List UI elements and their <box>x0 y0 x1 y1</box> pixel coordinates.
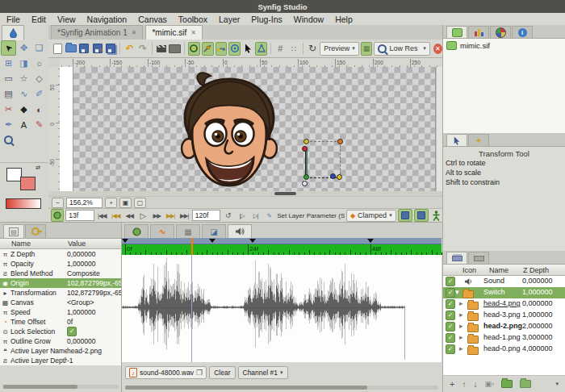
offset-duck[interactable] <box>302 181 308 186</box>
open-button[interactable] <box>65 42 76 56</box>
expander-icon[interactable]: ▸ <box>459 299 463 307</box>
tool-circle[interactable]: ○ <box>31 56 47 71</box>
canvas-vscrollbar[interactable] <box>436 67 442 191</box>
param-value[interactable]: ✓ <box>67 327 121 336</box>
add-layer-button[interactable]: + <box>450 379 454 389</box>
gradient-swatch[interactable] <box>6 198 41 209</box>
param-value[interactable]: 0,000000 <box>67 337 121 345</box>
menu-edit[interactable]: Edit <box>31 15 46 24</box>
param-row-origin[interactable]: ◉Origin102,872799px,-65,8360 <box>0 278 121 288</box>
param-value[interactable]: 1,000000 <box>67 308 121 316</box>
zoom-norm-button[interactable]: ▢ <box>134 198 146 208</box>
toggle-radius-ducks-button[interactable] <box>228 42 241 56</box>
layer-enabled-checkbox[interactable]: ✓ <box>446 277 455 286</box>
expander-icon[interactable]: ▸ <box>459 333 463 341</box>
bound-lower-button[interactable]: |▷ <box>236 211 248 221</box>
save-as-button[interactable]: ✎ <box>91 42 103 56</box>
skew-duck[interactable] <box>302 146 308 152</box>
tab-keyframes[interactable] <box>25 224 46 238</box>
tool-zoom[interactable] <box>1 132 16 148</box>
layer-row-head-0-png[interactable]: ✓▸head-0.png4,000000 <box>443 344 565 355</box>
param-value[interactable]: -1 <box>67 357 121 365</box>
menu-navigation[interactable]: Navigation <box>87 15 128 24</box>
tool-rectangle[interactable]: ▭ <box>1 71 16 86</box>
timebar-playhead[interactable] <box>191 238 193 255</box>
zoom-in-button[interactable]: + <box>105 198 117 208</box>
animate-mode-toggle[interactable] <box>430 211 442 221</box>
tool-fill[interactable]: ◐ <box>31 102 47 117</box>
tab-canvas-browser[interactable] <box>446 26 467 38</box>
param-row-transformation[interactable]: ▸Transformation102,872799px,-65,836 <box>0 288 121 298</box>
menu-canvas[interactable]: Canvas <box>138 15 167 24</box>
cut-layer-button[interactable]: ▣▫ <box>484 380 494 388</box>
snap-toggle-button[interactable]: ∷ <box>287 42 299 56</box>
time-track-icon[interactable] <box>51 209 64 222</box>
future-keyframe-lock-toggle[interactable] <box>414 209 429 222</box>
toggle-vertex-ducks-button[interactable] <box>202 42 214 56</box>
expander-icon[interactable]: ▸ <box>459 344 463 352</box>
menu-file[interactable]: File <box>6 15 20 24</box>
param-row-outline-grow[interactable]: πOutline Grow0,000000 <box>0 336 121 346</box>
tool-transform[interactable]: ➤ <box>1 40 16 56</box>
tool-star[interactable]: ☆ <box>16 71 31 86</box>
seek-prev-frame-button[interactable]: ◀◀ <box>123 211 136 221</box>
layer-enabled-checkbox[interactable]: ✓ <box>446 333 455 343</box>
toolbox-tab[interactable] <box>2 25 24 40</box>
save-button[interactable] <box>78 42 90 56</box>
canvas-viewport[interactable] <box>60 67 442 191</box>
tool-scale[interactable]: ⊞ <box>1 56 16 71</box>
menu-window[interactable]: Window <box>294 15 324 24</box>
param-row-lock-selection[interactable]: ⊙Lock Selection✓ <box>0 327 121 336</box>
origin-duck[interactable] <box>303 174 309 180</box>
tab-params[interactable]: ▤ <box>3 224 24 238</box>
tab-curves[interactable]: ∿ <box>150 224 174 238</box>
group-into-switch-button[interactable] <box>520 380 531 388</box>
menu-layer[interactable]: Layer <box>219 15 240 24</box>
tool-brush[interactable]: ◆ <box>16 102 31 117</box>
seek-next-keyframe-button[interactable]: ▶▶| <box>165 211 177 221</box>
param-value[interactable]: head-2.png <box>67 347 121 355</box>
toggle-angle-ducks-button[interactable] <box>255 42 267 56</box>
sound-hscrollbar[interactable] <box>125 386 438 390</box>
angle-duck[interactable] <box>303 139 309 144</box>
menu-view[interactable]: View <box>57 15 76 24</box>
zoom-out-button[interactable]: − <box>52 198 64 208</box>
layer-enabled-checkbox[interactable]: ✓ <box>446 299 455 309</box>
toggle-tangent-ducks-button[interactable] <box>216 42 228 56</box>
menu-help[interactable]: Help <box>335 15 353 24</box>
swap-colors-icon[interactable]: ⇄ <box>36 165 40 171</box>
group-layer-button[interactable] <box>501 380 513 388</box>
tool-spline[interactable]: ∿ <box>16 86 31 102</box>
layer-row-head-2-png[interactable]: ✓▸head-2.png2,000000 <box>443 321 565 332</box>
new-document-button[interactable] <box>52 42 63 56</box>
layer-row-head-1-png[interactable]: ✓▸head-1.png3,000000 <box>443 332 565 344</box>
end-time-field[interactable]: 120f <box>192 210 220 221</box>
save-all-button[interactable] <box>105 42 116 56</box>
layer-row-head-4-png[interactable]: ✓▸head-4.png0,000000 <box>443 298 565 310</box>
loop-button[interactable]: ↺ <box>222 211 234 221</box>
redo-button[interactable]: ↷ <box>136 42 148 56</box>
keyframe-marker[interactable] <box>367 239 374 243</box>
close-tab-icon[interactable]: ✕ <box>132 29 137 36</box>
param-row-canvas[interactable]: ▦Canvas<Group> <box>0 298 121 307</box>
params-hscrollbar[interactable] <box>2 385 119 389</box>
expander-icon[interactable]: ▸ <box>0 290 10 297</box>
keyframe-strip[interactable] <box>122 238 442 244</box>
tab-sound[interactable] <box>228 224 252 238</box>
param-value[interactable]: <Group> <box>67 298 121 307</box>
param-value[interactable]: 1,000000 <box>67 260 121 268</box>
zoom-fit-button[interactable]: ▣ <box>119 198 132 208</box>
tool-sketch[interactable]: ✎ <box>31 117 47 132</box>
seek-end-button[interactable]: ▶▶| <box>178 211 190 221</box>
lower-layer-button[interactable]: ↓ <box>473 380 477 389</box>
param-row-speed[interactable]: πSpeed1,000000 <box>0 307 121 317</box>
tab-tool-options[interactable] <box>446 134 467 146</box>
param-row-time-offset[interactable]: ◔Time Offset0f <box>0 317 121 327</box>
bound-upper-button[interactable]: ▷| <box>249 211 262 221</box>
close-view-button[interactable]: ✕ <box>433 44 442 54</box>
tab-info[interactable]: i <box>512 26 533 38</box>
timebar[interactable]: 0f24f48f <box>122 244 442 256</box>
tool-text[interactable]: A <box>16 117 31 132</box>
clear-sound-button[interactable]: Clear <box>209 366 235 379</box>
layer-row-sound[interactable]: ✓Sound0,000000 <box>443 276 565 287</box>
